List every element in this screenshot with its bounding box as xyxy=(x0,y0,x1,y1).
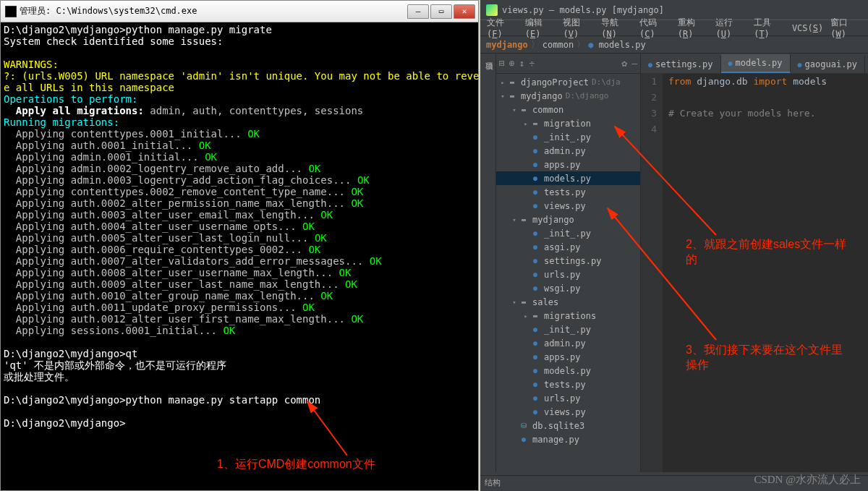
editor-tab[interactable]: ●settings.py xyxy=(641,56,721,73)
crumb-root[interactable]: mydjango xyxy=(486,40,528,50)
tree-item[interactable]: ▾▬mydjango xyxy=(496,213,640,226)
editor-tab[interactable]: ●gaoguai.py xyxy=(791,56,865,73)
tree-item[interactable]: ●urls.py xyxy=(496,268,640,281)
tree-item[interactable]: ▾▬sales xyxy=(496,295,640,309)
cmd-window: 管理员: C:\Windows\system32\cmd.exe — ▭ ✕ D… xyxy=(0,0,479,491)
python-file-icon: ● xyxy=(529,338,541,349)
folder-icon: ▬ xyxy=(529,119,541,129)
crumb-file[interactable]: models.py xyxy=(599,40,646,50)
tree-item[interactable]: ●settings.py xyxy=(496,254,640,268)
project-panel: ⊟ ⊕ ↕ ÷ ✿ — ▸▬djangoProjectD:\dja▾▬mydja… xyxy=(496,54,641,472)
code-content[interactable]: from django.db import models # Create yo… xyxy=(663,74,868,472)
tool-strip[interactable]: 项目 xyxy=(480,54,496,472)
python-file-icon: ● xyxy=(529,283,541,294)
folder-icon: ▬ xyxy=(529,311,541,321)
python-file-icon: ● xyxy=(529,325,541,335)
tree-item[interactable]: ●tests.py xyxy=(496,377,640,391)
python-file-icon: ● xyxy=(529,380,541,390)
database-icon: ⛁ xyxy=(518,421,529,431)
tree-item[interactable]: ●_init_.py xyxy=(496,226,640,240)
python-file-icon: ● xyxy=(529,201,541,211)
menu-item[interactable]: VCS(S) xyxy=(788,23,827,33)
python-file-icon: ● xyxy=(529,407,541,417)
editor: ●settings.py●models.py●gaoguai.py 1234 f… xyxy=(641,54,868,472)
close-button[interactable]: ✕ xyxy=(454,4,475,19)
pycharm-logo-icon xyxy=(486,4,498,16)
tree-item[interactable]: ●models.py xyxy=(496,364,640,377)
sort-icon[interactable]: ↕ xyxy=(519,58,525,69)
watermark: CSDN @水亦流人必上 xyxy=(754,473,861,487)
minimize-button[interactable]: — xyxy=(407,4,429,19)
project-tree[interactable]: ▸▬djangoProjectD:\dja▾▬mydjangoD:\django… xyxy=(496,74,640,472)
cmd-titlebar[interactable]: 管理员: C:\Windows\system32\cmd.exe — ▭ ✕ xyxy=(1,1,478,22)
python-file-icon: ● xyxy=(529,160,541,170)
menu-item[interactable]: 工具(T) xyxy=(750,17,788,39)
tree-item[interactable]: ▾▬mydjangoD:\django xyxy=(496,89,640,103)
editor-tab[interactable]: ●models.py xyxy=(721,54,791,73)
project-toolbar[interactable]: ⊟ ⊕ ↕ ÷ ✿ — xyxy=(496,54,640,74)
python-file-icon: ● xyxy=(529,256,541,266)
cmd-icon xyxy=(5,6,17,17)
tree-item[interactable]: ●admin.py xyxy=(496,336,640,350)
pycharm-title: views.py – models.py [mydjango] xyxy=(502,5,664,15)
cmd-output[interactable]: D:\django2\mydjango>python manage.py mig… xyxy=(1,22,478,430)
folder-icon: ▬ xyxy=(518,215,529,225)
tree-item[interactable]: ▾▬common xyxy=(496,103,640,116)
python-file-icon: ● xyxy=(529,146,541,156)
python-file-icon: ● xyxy=(529,174,541,184)
tree-item[interactable]: ●tests.py xyxy=(496,185,640,199)
tree-item[interactable]: ●apps.py xyxy=(496,158,640,171)
python-file-icon: ● xyxy=(529,242,541,252)
tree-item[interactable]: ●models.py xyxy=(496,171,640,185)
tree-item[interactable]: ●manage.py xyxy=(496,432,640,446)
tree-item[interactable]: ▸▬djangoProjectD:\dja xyxy=(496,75,640,89)
tree-item[interactable]: ●_init_.py xyxy=(496,323,640,336)
tree-item[interactable]: ⛁db.sqlite3 xyxy=(496,419,640,432)
collapse-icon[interactable]: ⊟ xyxy=(499,58,505,69)
tree-item[interactable]: ●views.py xyxy=(496,405,640,419)
folder-icon: ▬ xyxy=(506,77,518,87)
divide-icon[interactable]: ÷ xyxy=(529,58,535,69)
menu-item[interactable]: 窗口(W) xyxy=(827,17,865,39)
tree-item[interactable]: ●asgi.py xyxy=(496,240,640,254)
python-file-icon: ● xyxy=(529,366,541,376)
menu-item[interactable]: 导航(N) xyxy=(597,17,636,39)
python-file-icon: ● xyxy=(529,229,541,239)
gear-icon[interactable]: ✿ xyxy=(621,58,627,69)
tree-item[interactable]: ●wsgi.py xyxy=(496,281,640,295)
python-file-icon: ● xyxy=(529,187,541,197)
tree-item[interactable]: ●admin.py xyxy=(496,144,640,158)
menu-item[interactable]: 运行(U) xyxy=(712,17,750,39)
crumb-folder[interactable]: common xyxy=(542,40,574,50)
tree-item[interactable]: ●apps.py xyxy=(496,350,640,364)
python-file-icon: ● xyxy=(529,132,541,142)
menu-item[interactable]: 重构(R) xyxy=(674,17,712,39)
menu-item[interactable]: 编辑(E) xyxy=(522,17,560,39)
tree-item[interactable]: ▸▬migration xyxy=(496,116,640,130)
python-file-icon: ● xyxy=(529,393,541,404)
tree-item[interactable]: ▸▬migrations xyxy=(496,309,640,323)
target-icon[interactable]: ⊕ xyxy=(509,58,515,69)
python-file-icon: ● xyxy=(518,435,529,445)
python-file-icon: ● xyxy=(529,270,541,280)
folder-icon: ▬ xyxy=(518,105,529,115)
folder-icon: ▬ xyxy=(506,91,518,101)
maximize-button[interactable]: ▭ xyxy=(430,4,452,19)
menubar[interactable]: 文件(F)编辑(E)视图(V)导航(N)代码(C)重构(R)运行(U)工具(T)… xyxy=(480,20,868,36)
hide-icon[interactable]: — xyxy=(631,58,637,69)
folder-icon: ▬ xyxy=(518,297,529,307)
pycharm-window: views.py – models.py [mydjango] 文件(F)编辑(… xyxy=(480,0,868,491)
tree-item[interactable]: ●views.py xyxy=(496,199,640,213)
editor-tabs[interactable]: ●settings.py●models.py●gaoguai.py xyxy=(641,54,868,74)
tree-item[interactable]: ●_init_.py xyxy=(496,130,640,144)
cmd-title: 管理员: C:\Windows\system32\cmd.exe xyxy=(20,5,407,17)
menu-item[interactable]: 文件(F) xyxy=(483,17,522,39)
code-area[interactable]: 1234 from django.db import models # Crea… xyxy=(641,74,868,472)
menu-item[interactable]: 代码(C) xyxy=(636,17,674,39)
tree-item[interactable]: ●urls.py xyxy=(496,391,640,405)
python-file-icon: ● xyxy=(529,352,541,362)
menu-item[interactable]: 视图(V) xyxy=(559,17,597,39)
gutter: 1234 xyxy=(641,74,663,472)
